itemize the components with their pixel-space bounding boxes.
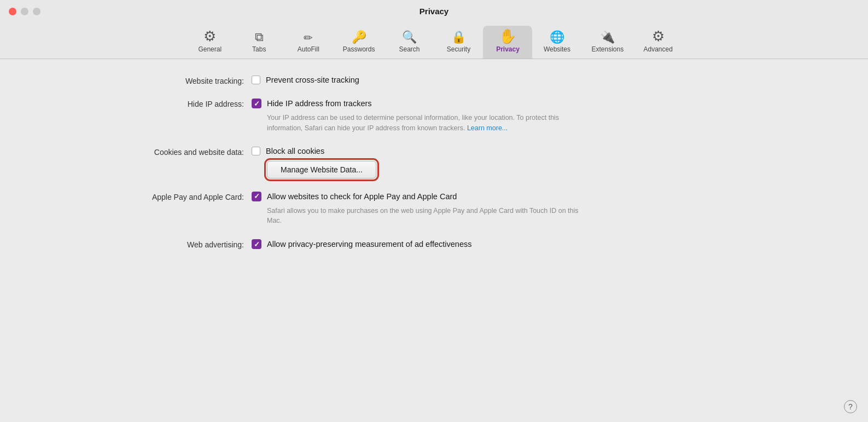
settings-section: Website tracking: Prevent cross-site tra… bbox=[33, 76, 835, 249]
tab-search-label: Search bbox=[399, 45, 420, 53]
website-tracking-control: Prevent cross-site tracking bbox=[252, 76, 359, 84]
cookies-inline: Block all cookies bbox=[252, 147, 376, 155]
tab-security[interactable]: 🔒 Security bbox=[434, 28, 483, 59]
title-bar: Privacy bbox=[0, 0, 868, 21]
advanced-icon: ⚙ bbox=[652, 29, 665, 43]
web-advertising-row: Web advertising: ✓ Allow privacy-preserv… bbox=[33, 239, 835, 249]
web-advertising-text: Allow privacy-preserving measurement of … bbox=[267, 240, 472, 248]
website-tracking-text: Prevent cross-site tracking bbox=[266, 76, 359, 84]
hide-ip-label: Hide IP address: bbox=[33, 99, 252, 108]
website-tracking-row: Website tracking: Prevent cross-site tra… bbox=[33, 76, 835, 85]
web-advertising-label: Web advertising: bbox=[33, 239, 252, 249]
search-icon: 🔍 bbox=[402, 31, 417, 43]
tab-security-label: Security bbox=[447, 45, 470, 53]
tab-search[interactable]: 🔍 Search bbox=[385, 28, 434, 59]
apple-pay-description: Safari allows you to make purchases on t… bbox=[267, 206, 584, 227]
tab-passwords[interactable]: 🔑 Passwords bbox=[333, 28, 385, 59]
tab-tabs-label: Tabs bbox=[252, 45, 266, 53]
apple-pay-checkbox[interactable]: ✓ bbox=[252, 192, 261, 201]
tab-privacy[interactable]: ✋ Privacy bbox=[483, 26, 532, 59]
minimize-button[interactable] bbox=[21, 8, 28, 15]
tab-advanced-label: Advanced bbox=[644, 45, 673, 53]
general-icon: ⚙ bbox=[203, 29, 216, 43]
tabs-icon: ⧉ bbox=[255, 31, 264, 43]
hide-ip-checkbox[interactable]: ✓ bbox=[252, 99, 261, 108]
tab-general[interactable]: ⚙ General bbox=[185, 26, 235, 59]
tab-advanced[interactable]: ⚙ Advanced bbox=[633, 26, 683, 59]
tab-general-label: General bbox=[198, 45, 222, 53]
tab-websites[interactable]: 🌐 Websites bbox=[532, 28, 581, 59]
apple-pay-label: Apple Pay and Apple Card: bbox=[33, 192, 252, 201]
passwords-icon: 🔑 bbox=[352, 31, 366, 43]
manage-website-data-button[interactable]: Manage Website Data... bbox=[267, 161, 376, 178]
web-advertising-control: ✓ Allow privacy-preserving measurement o… bbox=[252, 239, 472, 249]
hide-ip-row: Hide IP address: ✓ Hide IP address from … bbox=[33, 99, 835, 134]
apple-pay-text: Allow websites to check for Apple Pay an… bbox=[267, 192, 457, 201]
hide-ip-inline: ✓ Hide IP address from trackers bbox=[252, 99, 584, 108]
cookies-control: Block all cookies Manage Website Data... bbox=[252, 147, 376, 178]
maximize-button[interactable] bbox=[33, 8, 40, 15]
cookies-row: Cookies and website data: Block all cook… bbox=[33, 147, 835, 178]
website-tracking-checkbox[interactable] bbox=[252, 76, 260, 84]
website-tracking-label: Website tracking: bbox=[33, 76, 252, 85]
block-cookies-checkbox[interactable] bbox=[252, 147, 260, 155]
tab-privacy-label: Privacy bbox=[496, 45, 520, 53]
learn-more-link[interactable]: Learn more... bbox=[467, 124, 508, 132]
tab-autofill[interactable]: ✏ AutoFill bbox=[284, 29, 333, 59]
apple-pay-row: Apple Pay and Apple Card: ✓ Allow websit… bbox=[33, 192, 835, 227]
toolbar: ⚙ General ⧉ Tabs ✏ AutoFill 🔑 Passwords … bbox=[0, 21, 868, 59]
tab-extensions[interactable]: 🔌 Extensions bbox=[581, 28, 633, 59]
cookies-label: Cookies and website data: bbox=[33, 147, 252, 157]
tab-passwords-label: Passwords bbox=[343, 45, 375, 53]
manage-btn-wrapper: Manage Website Data... bbox=[267, 161, 376, 178]
extensions-icon: 🔌 bbox=[600, 31, 615, 43]
apple-pay-inline: ✓ Allow websites to check for Apple Pay … bbox=[252, 192, 584, 201]
privacy-icon: ✋ bbox=[499, 29, 516, 43]
websites-icon: 🌐 bbox=[550, 31, 564, 43]
web-advertising-checkbox[interactable]: ✓ bbox=[252, 239, 261, 249]
tab-extensions-label: Extensions bbox=[591, 45, 624, 53]
close-button[interactable] bbox=[9, 8, 16, 15]
tab-websites-label: Websites bbox=[544, 45, 570, 53]
apple-pay-control: ✓ Allow websites to check for Apple Pay … bbox=[252, 192, 584, 227]
security-icon: 🔒 bbox=[451, 31, 466, 43]
hide-ip-control: ✓ Hide IP address from trackers Your IP … bbox=[252, 99, 584, 134]
autofill-icon: ✏ bbox=[304, 32, 313, 43]
tab-autofill-label: AutoFill bbox=[298, 45, 319, 53]
hide-ip-text: Hide IP address from trackers bbox=[267, 99, 372, 108]
web-advertising-inline: ✓ Allow privacy-preserving measurement o… bbox=[252, 239, 472, 249]
tab-tabs[interactable]: ⧉ Tabs bbox=[235, 28, 284, 59]
content-area: Website tracking: Prevent cross-site tra… bbox=[0, 59, 868, 422]
window-controls bbox=[9, 8, 40, 15]
website-tracking-inline: Prevent cross-site tracking bbox=[252, 76, 359, 84]
hide-ip-description: Your IP address can be used to determine… bbox=[267, 113, 584, 134]
window-title: Privacy bbox=[420, 7, 448, 21]
block-cookies-text: Block all cookies bbox=[266, 147, 324, 155]
help-button[interactable]: ? bbox=[844, 400, 857, 413]
